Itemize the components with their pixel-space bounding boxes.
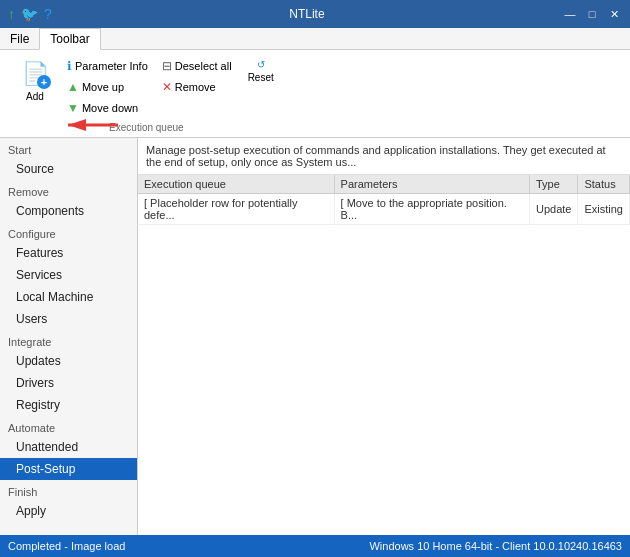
sidebar-item-local-machine[interactable]: Local Machine: [0, 286, 137, 308]
arrow-up-icon[interactable]: ↑: [8, 6, 15, 22]
menu-toolbar[interactable]: Toolbar: [39, 28, 100, 50]
col-type: Type: [529, 175, 577, 194]
content-area: Start Source Remove Components Configure…: [0, 138, 630, 535]
info-bar: Manage post-setup execution of commands …: [138, 138, 630, 175]
sidebar-item-users[interactable]: Users: [0, 308, 137, 330]
move-down-button[interactable]: ▼ Move down: [62, 98, 153, 118]
remove-label: Remove: [175, 81, 216, 93]
ribbon-small-group: ℹ Parameter Info ▲ Move up ▼ Move down: [62, 56, 153, 118]
reset-label: Reset: [248, 72, 274, 83]
col-status: Status: [578, 175, 630, 194]
move-down-label: Move down: [82, 102, 138, 114]
sidebar-section-configure: Configure: [0, 222, 137, 242]
move-up-icon: ▲: [67, 80, 79, 94]
sidebar-item-updates[interactable]: Updates: [0, 350, 137, 372]
remove-button[interactable]: ✕ Remove: [157, 77, 237, 97]
col-execution-queue: Execution queue: [138, 175, 334, 194]
ribbon-buttons-row: 📄 + Add ℹ Parameter Info ▲ Move up: [12, 54, 281, 118]
main-panel: Manage post-setup execution of commands …: [138, 138, 630, 535]
add-button-icon: 📄 +: [19, 57, 51, 89]
ribbon-small-group-2: ⊟ Deselect all ✕ Remove: [157, 56, 237, 97]
add-label: Add: [26, 91, 44, 102]
sidebar-item-drivers[interactable]: Drivers: [0, 372, 137, 394]
status-right: Windows 10 Home 64-bit - Client 10.0.102…: [369, 540, 622, 552]
parameter-info-button[interactable]: ℹ Parameter Info: [62, 56, 153, 76]
title-bar-left-icons: ↑ 🐦 ?: [8, 6, 52, 22]
col-parameters: Parameters: [334, 175, 529, 194]
ribbon: 📄 + Add ℹ Parameter Info ▲ Move up: [0, 50, 630, 138]
close-button[interactable]: ✕: [606, 6, 622, 22]
maximize-button[interactable]: □: [584, 6, 600, 22]
table-row[interactable]: [ Placeholder row for potentially defe..…: [138, 194, 630, 225]
app-title: NTLite: [52, 7, 562, 21]
title-bar: ↑ 🐦 ? NTLite — □ ✕: [0, 0, 630, 28]
reset-icon: ↺: [257, 59, 265, 70]
ribbon-section-title: Execution queue: [12, 122, 281, 133]
ribbon-add-section: 📄 + Add ℹ Parameter Info ▲ Move up: [8, 54, 289, 137]
sidebar-section-integrate: Integrate: [0, 330, 137, 350]
sidebar-section-automate: Automate: [0, 416, 137, 436]
help-icon[interactable]: ?: [44, 6, 52, 22]
sidebar-item-components[interactable]: Components: [0, 200, 137, 222]
parameter-info-label: Parameter Info: [75, 60, 148, 72]
status-left: Completed - Image load: [8, 540, 125, 552]
plus-badge: +: [37, 75, 51, 89]
sidebar-item-apply[interactable]: Apply: [0, 500, 137, 522]
cell-execution-queue: [ Placeholder row for potentially defe..…: [138, 194, 334, 225]
info-icon: ℹ: [67, 59, 72, 73]
sidebar-section-finish: Finish: [0, 480, 137, 500]
minimize-button[interactable]: —: [562, 6, 578, 22]
sidebar-item-features[interactable]: Features: [0, 242, 137, 264]
cell-type: Update: [529, 194, 577, 225]
twitter-icon[interactable]: 🐦: [21, 6, 38, 22]
move-down-icon: ▼: [67, 101, 79, 115]
sidebar-item-services[interactable]: Services: [0, 264, 137, 286]
sidebar-section-start: Start: [0, 138, 137, 158]
cell-status: Existing: [578, 194, 630, 225]
sidebar-item-source[interactable]: Source: [0, 158, 137, 180]
deselect-all-label: Deselect all: [175, 60, 232, 72]
table-header-row: Execution queue Parameters Type Status: [138, 175, 630, 194]
deselect-icon: ⊟: [162, 59, 172, 73]
cell-parameters: [ Move to the appropriate position. B...: [334, 194, 529, 225]
menu-file[interactable]: File: [0, 28, 39, 49]
remove-icon: ✕: [162, 80, 172, 94]
sidebar-item-post-setup[interactable]: Post-Setup: [0, 458, 137, 480]
sidebar: Start Source Remove Components Configure…: [0, 138, 138, 535]
add-button[interactable]: 📄 + Add: [12, 54, 58, 105]
sidebar-item-unattended[interactable]: Unattended: [0, 436, 137, 458]
deselect-all-button[interactable]: ⊟ Deselect all: [157, 56, 237, 76]
sidebar-item-registry[interactable]: Registry: [0, 394, 137, 416]
move-up-label: Move up: [82, 81, 124, 93]
window-controls: — □ ✕: [562, 6, 622, 22]
reset-button[interactable]: ↺ Reset: [241, 54, 281, 86]
menu-bar: File Toolbar: [0, 28, 630, 50]
status-bar: Completed - Image load Windows 10 Home 6…: [0, 535, 630, 557]
move-up-button[interactable]: ▲ Move up: [62, 77, 153, 97]
ribbon-wrapper: 📄 + Add ℹ Parameter Info ▲ Move up: [0, 50, 630, 138]
execution-table: Execution queue Parameters Type Status […: [138, 175, 630, 225]
table-container: Execution queue Parameters Type Status […: [138, 175, 630, 535]
sidebar-section-remove: Remove: [0, 180, 137, 200]
